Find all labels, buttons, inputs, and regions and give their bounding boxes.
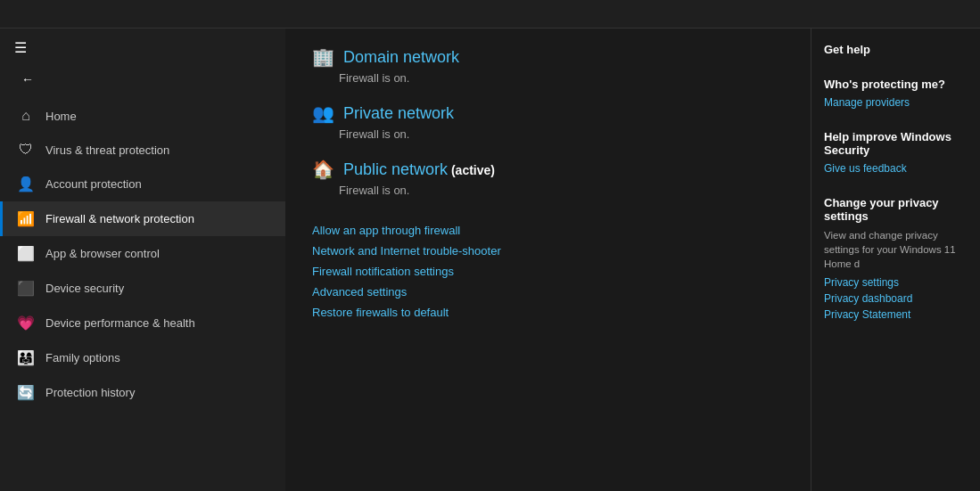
nav-label-browser: App & browser control bbox=[45, 247, 160, 260]
network-name-public: Public network (active) bbox=[343, 160, 495, 179]
nav-label-device-security: Device security bbox=[45, 282, 124, 295]
right-section-title-get-help: Get help bbox=[824, 43, 968, 56]
sidebar-item-device-security[interactable]: ⬛ Device security bbox=[0, 271, 285, 306]
networks-container: 🏢 Domain network Firewall is on. 👥 Priva… bbox=[312, 46, 784, 197]
right-section-protecting: Who's protecting me?Manage providers bbox=[824, 78, 968, 109]
nav-icon-firewall: 📶 bbox=[17, 210, 35, 227]
right-section-desc-privacy: View and change privacy settings for you… bbox=[824, 228, 968, 271]
right-link-privacy-dashboard[interactable]: Privacy dashboard bbox=[824, 292, 968, 305]
nav-label-history: Protection history bbox=[45, 386, 135, 399]
nav-icon-home: ⌂ bbox=[17, 108, 35, 124]
nav-icon-virus: 🛡 bbox=[17, 142, 35, 158]
right-section-improve: Help improve Windows SecurityGive us fee… bbox=[824, 130, 968, 175]
network-card-private[interactable]: 👥 Private network Firewall is on. bbox=[312, 102, 784, 141]
nav-icon-device-security: ⬛ bbox=[17, 280, 35, 297]
right-link-manage-providers[interactable]: Manage providers bbox=[824, 96, 968, 109]
network-icon-private: 👥 bbox=[312, 102, 334, 124]
link-restore[interactable]: Restore firewalls to default bbox=[312, 306, 784, 319]
nav-label-virus: Virus & threat protection bbox=[45, 143, 169, 157]
hamburger-button[interactable]: ☰ bbox=[11, 36, 30, 60]
sidebar-item-device-perf[interactable]: 💗 Device performance & health bbox=[0, 306, 285, 340]
nav-icon-browser: ⬜ bbox=[17, 245, 35, 262]
links-section: Allow an app through firewallNetwork and… bbox=[312, 224, 784, 319]
right-link-privacy-statement[interactable]: Privacy Statement bbox=[824, 308, 968, 321]
link-allow-app[interactable]: Allow an app through firewall bbox=[312, 224, 784, 237]
network-card-domain[interactable]: 🏢 Domain network Firewall is on. bbox=[312, 46, 784, 85]
sidebar-item-home[interactable]: ⌂ Home bbox=[0, 99, 285, 133]
network-status-domain: Firewall is on. bbox=[312, 71, 784, 85]
nav-icon-history: 🔄 bbox=[17, 384, 35, 401]
right-link-feedback[interactable]: Give us feedback bbox=[824, 162, 968, 175]
back-button[interactable]: ← bbox=[11, 67, 45, 92]
network-name-private: Private network bbox=[343, 104, 454, 123]
nav-label-home: Home bbox=[45, 110, 77, 123]
right-section-privacy: Change your privacy settingsView and cha… bbox=[824, 196, 968, 321]
sidebar-item-family[interactable]: 👨‍👩‍👧 Family options bbox=[0, 340, 285, 375]
network-card-public[interactable]: 🏠 Public network (active) Firewall is on… bbox=[312, 159, 784, 197]
right-section-title-improve: Help improve Windows Security bbox=[824, 130, 968, 157]
sidebar-item-history[interactable]: 🔄 Protection history bbox=[0, 375, 285, 410]
right-section-get-help: Get help bbox=[824, 43, 968, 56]
active-badge-public: (active) bbox=[448, 163, 495, 177]
sidebar-item-firewall[interactable]: 📶 Firewall & network protection bbox=[0, 201, 285, 236]
right-panel: Get helpWho's protecting me?Manage provi… bbox=[811, 29, 980, 491]
network-title-domain: 🏢 Domain network bbox=[312, 46, 784, 68]
network-status-private: Firewall is on. bbox=[312, 127, 784, 141]
nav-icon-family: 👨‍👩‍👧 bbox=[17, 349, 35, 366]
network-icon-public: 🏠 bbox=[312, 159, 334, 180]
nav-icon-account: 👤 bbox=[17, 176, 35, 192]
link-advanced[interactable]: Advanced settings bbox=[312, 285, 784, 299]
right-link-privacy-settings[interactable]: Privacy settings bbox=[824, 276, 968, 289]
nav-label-family: Family options bbox=[45, 351, 120, 364]
network-status-public: Firewall is on. bbox=[312, 184, 784, 197]
nav-list: ⌂ Home 🛡 Virus & threat protection 👤 Acc… bbox=[0, 99, 285, 410]
title-bar bbox=[0, 0, 980, 29]
sidebar: ☰ ← ⌂ Home 🛡 Virus & threat protection 👤… bbox=[0, 29, 285, 491]
sidebar-item-account[interactable]: 👤 Account protection bbox=[0, 167, 285, 201]
sidebar-top: ☰ bbox=[0, 29, 285, 67]
network-name-domain: Domain network bbox=[343, 48, 459, 67]
main-content: 🏢 Domain network Firewall is on. 👥 Priva… bbox=[285, 29, 811, 491]
right-section-title-protecting: Who's protecting me? bbox=[824, 78, 968, 91]
sidebar-item-virus[interactable]: 🛡 Virus & threat protection bbox=[0, 133, 285, 167]
right-section-title-privacy: Change your privacy settings bbox=[824, 196, 968, 223]
nav-label-firewall: Firewall & network protection bbox=[45, 212, 194, 225]
link-notification[interactable]: Firewall notification settings bbox=[312, 265, 784, 278]
network-icon-domain: 🏢 bbox=[312, 46, 334, 68]
app-container: ☰ ← ⌂ Home 🛡 Virus & threat protection 👤… bbox=[0, 29, 980, 491]
nav-label-account: Account protection bbox=[45, 177, 142, 191]
sidebar-item-browser[interactable]: ⬜ App & browser control bbox=[0, 236, 285, 271]
nav-icon-device-perf: 💗 bbox=[17, 315, 35, 331]
right-sections-container: Get helpWho's protecting me?Manage provi… bbox=[824, 43, 968, 321]
nav-label-device-perf: Device performance & health bbox=[45, 316, 195, 330]
link-troubleshoot[interactable]: Network and Internet trouble-shooter bbox=[312, 244, 784, 258]
network-title-public: 🏠 Public network (active) bbox=[312, 159, 784, 180]
network-title-private: 👥 Private network bbox=[312, 102, 784, 124]
